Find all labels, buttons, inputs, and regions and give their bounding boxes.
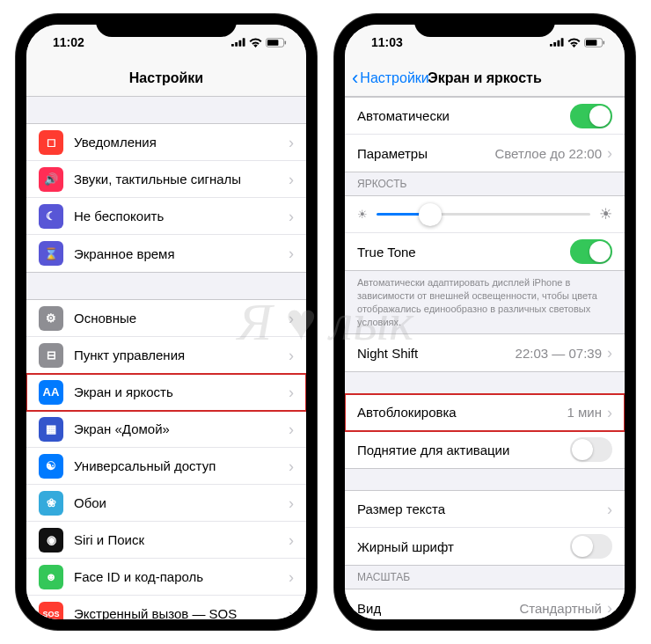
row-brightness-slider[interactable]: ☀︎ ☀︎ xyxy=(345,196,625,233)
row-label: Поднятие для активации xyxy=(357,443,570,457)
settings-row[interactable]: ▦Экран «Домой»› xyxy=(26,411,306,448)
sun-large-icon: ☀︎ xyxy=(599,205,612,223)
chevron-right-icon: › xyxy=(289,348,294,363)
row-label: Siri и Поиск xyxy=(74,532,289,547)
chevron-right-icon: › xyxy=(607,145,612,161)
settings-row[interactable]: ⚙Основные› xyxy=(26,300,306,337)
row-value: Светлое до 22:00 xyxy=(494,146,602,161)
back-label: Настройки xyxy=(360,70,428,86)
row-truetone[interactable]: True Tone xyxy=(345,233,625,270)
phone-right: 11:03 ‹ Настройки Экран и яркость Автома… xyxy=(334,14,635,630)
chevron-right-icon: › xyxy=(289,311,294,326)
row-icon: ❀ xyxy=(39,491,63,516)
settings-row[interactable]: ◻Уведомления› xyxy=(26,124,306,161)
toggle-truetone[interactable] xyxy=(570,239,612,264)
row-label: Автоматически xyxy=(357,108,570,123)
row-textsize[interactable]: Размер текста › xyxy=(345,491,625,528)
settings-row[interactable]: ⌛Экранное время› xyxy=(26,235,306,272)
svg-rect-1 xyxy=(235,42,238,47)
settings-row[interactable]: ☻Face ID и код-пароль› xyxy=(26,559,306,596)
row-label: Экран и яркость xyxy=(74,384,289,399)
chevron-right-icon: › xyxy=(289,569,294,585)
chevron-right-icon: › xyxy=(289,245,294,261)
status-time: 11:03 xyxy=(371,35,403,49)
settings-row[interactable]: ◉Siri и Поиск› xyxy=(26,522,306,559)
svg-rect-7 xyxy=(550,44,552,47)
row-autolock[interactable]: Автоблокировка 1 мин › xyxy=(345,394,625,431)
chevron-right-icon: › xyxy=(607,501,612,517)
page-title: Настройки xyxy=(129,70,203,86)
row-icon: ☻ xyxy=(39,565,63,589)
settings-row[interactable]: ⊟Пункт управления› xyxy=(26,337,306,374)
row-icon: ▦ xyxy=(39,417,63,442)
row-boldtext[interactable]: Жирный шрифт xyxy=(345,528,625,565)
row-label: Автоблокировка xyxy=(357,405,567,420)
brightness-slider[interactable] xyxy=(377,213,590,216)
settings-group-2: ⚙Основные›⊟Пункт управления›AAЭкран и яр… xyxy=(26,299,306,619)
row-label: True Tone xyxy=(357,245,570,260)
status-indicators xyxy=(231,38,287,48)
settings-row[interactable]: ❀Обои› xyxy=(26,485,306,522)
row-label: Экранное время xyxy=(74,246,289,261)
row-icon: ◻ xyxy=(39,130,63,155)
toggle-bold[interactable] xyxy=(570,534,612,559)
row-raise-to-wake[interactable]: Поднятие для активации xyxy=(345,431,625,468)
notch xyxy=(414,14,555,37)
back-button[interactable]: ‹ Настройки xyxy=(352,67,429,90)
screen-right: 11:03 ‹ Настройки Экран и яркость Автома… xyxy=(345,25,625,619)
settings-content[interactable]: ◻Уведомления›🔊Звуки, тактильные сигналы›… xyxy=(26,97,306,619)
row-view[interactable]: Вид Стандартный › xyxy=(345,589,625,619)
row-label: Экстренный вызов — SOS xyxy=(74,606,289,619)
row-icon: ⚙ xyxy=(39,306,63,331)
svg-rect-9 xyxy=(557,40,560,47)
settings-group-1: ◻Уведомления›🔊Звуки, тактильные сигналы›… xyxy=(26,123,306,273)
chevron-right-icon: › xyxy=(289,458,294,474)
nav-bar: Настройки xyxy=(26,60,306,97)
notch xyxy=(96,14,237,37)
text-group: Размер текста › Жирный шрифт xyxy=(345,490,625,566)
row-label: Night Shift xyxy=(357,346,516,361)
appearance-group: Автоматически Параметры Светлое до 22:00… xyxy=(345,97,625,172)
status-time: 11:02 xyxy=(53,35,84,49)
row-icon: ☯ xyxy=(39,454,63,479)
svg-rect-10 xyxy=(561,38,564,46)
battery-icon xyxy=(266,38,287,48)
row-parameters[interactable]: Параметры Светлое до 22:00 › xyxy=(345,135,625,172)
settings-row[interactable]: ☾Не беспокоить› xyxy=(26,198,306,235)
svg-rect-8 xyxy=(553,42,556,47)
settings-row[interactable]: SOSЭкстренный вызов — SOS› xyxy=(26,596,306,619)
row-label: Обои xyxy=(74,495,289,510)
zoom-header: МАСШТАБ xyxy=(345,566,625,589)
toggle-automatic[interactable] xyxy=(570,104,612,128)
nav-bar: ‹ Настройки Экран и яркость xyxy=(345,60,625,97)
status-indicators xyxy=(550,38,605,48)
wifi-icon xyxy=(567,38,581,48)
brightness-group: ☀︎ ☀︎ True Tone xyxy=(345,195,625,271)
row-icon: ☾ xyxy=(39,204,63,229)
row-icon: ⌛ xyxy=(39,241,63,266)
chevron-right-icon: › xyxy=(289,384,294,400)
row-automatic[interactable]: Автоматически xyxy=(345,98,625,135)
toggle-raise[interactable] xyxy=(570,437,612,462)
settings-row[interactable]: 🔊Звуки, тактильные сигналы› xyxy=(26,161,306,198)
row-label: Не беспокоить xyxy=(74,209,289,223)
row-label: Основные xyxy=(74,311,289,326)
chevron-right-icon: › xyxy=(289,209,294,224)
row-label: Пункт управления xyxy=(74,348,289,362)
row-icon: AA xyxy=(39,380,63,405)
row-value: 1 мин xyxy=(567,405,603,420)
brightness-content[interactable]: Автоматически Параметры Светлое до 22:00… xyxy=(345,97,625,619)
autolock-group: Автоблокировка 1 мин › Поднятие для акти… xyxy=(345,393,625,469)
settings-row[interactable]: ☯Универсальный доступ› xyxy=(26,448,306,485)
svg-rect-5 xyxy=(267,40,278,46)
row-label: Уведомления xyxy=(74,135,289,150)
truetone-footer: Автоматически адаптировать дисплей iPhon… xyxy=(345,271,625,333)
row-label: Универсальный доступ xyxy=(74,458,289,473)
chevron-right-icon: › xyxy=(289,532,294,548)
chevron-right-icon: › xyxy=(289,135,294,150)
settings-row[interactable]: AAЭкран и яркость› xyxy=(26,374,306,411)
wifi-icon xyxy=(249,38,262,48)
row-label: Экран «Домой» xyxy=(74,421,289,436)
chevron-right-icon: › xyxy=(607,345,612,361)
row-nightshift[interactable]: Night Shift 22:03 — 07:39 › xyxy=(345,334,625,371)
